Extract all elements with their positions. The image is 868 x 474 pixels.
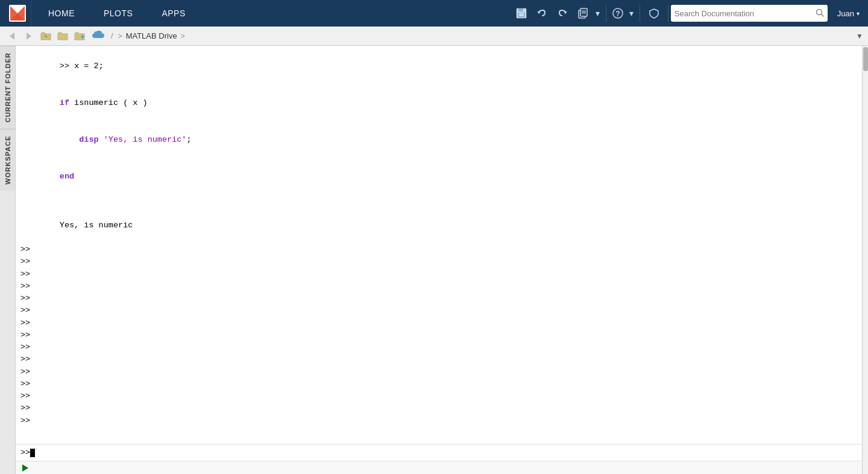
console-prompt-12: >>	[20, 378, 857, 390]
folder-up-button[interactable]	[39, 29, 53, 43]
menubar: HOME PLOTS APPS	[0, 0, 868, 27]
svg-marker-9	[564, 11, 567, 13]
help-button[interactable]: ?	[609, 4, 627, 22]
svg-text:?: ?	[615, 10, 620, 18]
console-prompt-15: >>	[20, 415, 857, 427]
console-prompt-7: >>	[20, 317, 857, 329]
right-scrollbar[interactable]	[862, 46, 868, 474]
workspace-tab[interactable]: WORKSPACE	[0, 129, 15, 191]
svg-line-18	[821, 14, 823, 16]
redo-button[interactable]	[553, 4, 571, 22]
copy-dropdown[interactable]: ▾	[596, 8, 600, 18]
prompt-1: >>	[60, 62, 74, 71]
menu-apps[interactable]: APPS	[147, 0, 200, 27]
cursor	[30, 449, 35, 457]
back-button[interactable]	[5, 29, 19, 43]
folder-browse-button[interactable]	[55, 29, 70, 43]
help-icons: ? ▾	[609, 4, 634, 22]
keyword-disp: disp	[79, 135, 98, 144]
scrollbar-track	[863, 47, 868, 474]
path-chevron-2: >	[181, 32, 185, 40]
code-1: x = 2;	[74, 62, 104, 71]
save-button[interactable]	[512, 4, 530, 22]
svg-rect-7	[519, 13, 524, 16]
pathbar-dropdown[interactable]: ▼	[856, 32, 863, 40]
user-name: Juan	[837, 9, 854, 18]
console-prompt-4: >>	[20, 280, 857, 292]
output-text: Yes, is numeric	[60, 221, 133, 230]
code-2: isnumeric ( x )	[69, 98, 148, 107]
console-prompt-1: >>	[20, 244, 857, 256]
console-line-1: >> x = 2;	[20, 48, 857, 85]
console-prompt-3: >>	[20, 268, 857, 280]
cloud-drive-icon[interactable]	[92, 30, 105, 42]
search-input[interactable]	[675, 9, 816, 18]
path-chevron-1: >	[118, 32, 122, 40]
run-button[interactable]	[19, 462, 31, 474]
bottom-prompt-label: >>	[20, 448, 30, 457]
svg-marker-8	[537, 11, 541, 13]
console-line-2: if isnumeric ( x )	[20, 85, 857, 122]
console-line-3: disp 'Yes, is numeric';	[20, 122, 857, 159]
user-dropdown-icon: ▾	[857, 10, 860, 17]
svg-marker-24	[22, 464, 28, 472]
console-prompt-11: >>	[20, 366, 857, 378]
toolbar-icons: ▾	[512, 4, 600, 22]
console-line-output: Yes, is numeric	[20, 207, 857, 244]
undo-button[interactable]	[533, 4, 551, 22]
console-prompt-9: >>	[20, 341, 857, 353]
console-prompt-2: >>	[20, 256, 857, 268]
console-prompt-14: >>	[20, 402, 857, 414]
user-menu[interactable]: Juan ▾	[832, 0, 864, 27]
console-prompt-8: >>	[20, 329, 857, 341]
svg-marker-19	[10, 33, 14, 40]
console-area: >> x = 2; if isnumeric ( x ) disp 'Yes, …	[16, 46, 862, 474]
copy-button[interactable]	[574, 4, 592, 22]
keyword-if: if	[60, 98, 69, 107]
scrollbar-thumb[interactable]	[863, 47, 868, 71]
menu-plots[interactable]: PLOTS	[89, 0, 147, 27]
console-prompt-6: >>	[20, 305, 857, 317]
help-dropdown[interactable]: ▾	[629, 8, 634, 18]
string-1: 'Yes, is numeric'	[104, 135, 187, 144]
console-prompt-13: >>	[20, 390, 857, 402]
keyword-end: end	[60, 172, 74, 181]
console-content[interactable]: >> x = 2; if isnumeric ( x ) disp 'Yes, …	[16, 46, 862, 444]
menu-home[interactable]: HOME	[34, 0, 89, 27]
svg-marker-20	[27, 33, 31, 40]
code-3	[99, 135, 104, 144]
current-folder-tab[interactable]: CURRENT FOLDER	[0, 46, 15, 129]
pathbar: / > MATLAB Drive > ▼	[0, 27, 868, 46]
shield-button[interactable]	[645, 4, 663, 22]
console-line-blank	[20, 195, 857, 207]
folder-new-button[interactable]	[72, 29, 87, 43]
matlab-drive-path[interactable]: MATLAB Drive	[126, 31, 177, 40]
search-box[interactable]	[671, 5, 828, 22]
console-line-4: end	[20, 158, 857, 195]
console-prompt-10: >>	[20, 353, 857, 365]
search-icon	[816, 8, 824, 19]
left-tabs: CURRENT FOLDER WORKSPACE	[0, 46, 16, 474]
path-sep-1: /	[111, 31, 113, 40]
console-prompt-5: >>	[20, 292, 857, 305]
code-4: ;	[186, 135, 191, 144]
logo[interactable]	[4, 0, 31, 27]
main-area: CURRENT FOLDER WORKSPACE >> x = 2; if is…	[0, 46, 868, 474]
code-indent	[60, 135, 79, 144]
run-bar	[16, 461, 862, 474]
bottom-bar[interactable]: >>	[16, 444, 862, 461]
svg-rect-5	[518, 8, 523, 11]
forward-button[interactable]	[22, 29, 36, 43]
